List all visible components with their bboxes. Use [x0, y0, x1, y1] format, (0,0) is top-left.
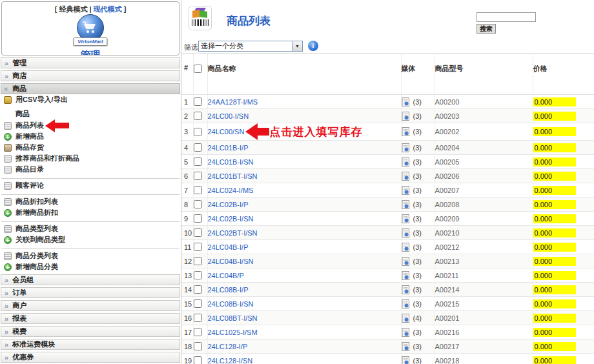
- sidebar-group[interactable]: » 税费: [1, 326, 180, 337]
- sidebar-group[interactable]: » 商品: [1, 83, 180, 94]
- red-arrow-icon: [245, 123, 269, 140]
- chevron-down-icon[interactable]: ▼: [292, 41, 302, 51]
- product-name-link[interactable]: 24LC128-I/SN: [208, 357, 253, 364]
- sidebar-group[interactable]: » 管理: [1, 57, 180, 68]
- media-cell[interactable]: (3): [401, 95, 435, 109]
- row-checkbox[interactable]: [194, 299, 202, 308]
- sidebar-item[interactable]: 顾客评论: [0, 180, 181, 191]
- sidebar-group[interactable]: » 优惠券: [1, 352, 180, 363]
- sidebar-item[interactable]: 关联到商品类型: [0, 234, 181, 245]
- product-price: 0.000: [533, 342, 576, 351]
- media-cell[interactable]: (3): [401, 354, 435, 364]
- product-name-link[interactable]: 24LC00-I/SN: [208, 112, 249, 120]
- row-checkbox[interactable]: [194, 200, 202, 208]
- media-cell[interactable]: (3): [401, 254, 435, 268]
- media-cell[interactable]: (3): [401, 109, 435, 123]
- product-name-link[interactable]: 24LC00/SN: [208, 128, 245, 136]
- row-checkbox[interactable]: [194, 228, 202, 237]
- row-checkbox[interactable]: [194, 128, 202, 136]
- col-product-name[interactable]: 商品名称: [207, 54, 401, 95]
- row-checkbox[interactable]: [194, 257, 202, 265]
- row-checkbox[interactable]: [194, 186, 202, 194]
- product-name-link[interactable]: 24AA128T-I/MS: [208, 98, 258, 106]
- row-checkbox[interactable]: [194, 328, 202, 336]
- product-name-link[interactable]: 24LC02B-I/SN: [208, 215, 254, 223]
- sidebar-item[interactable]: 新增商品折扣: [0, 207, 181, 218]
- media-file-icon: [402, 127, 410, 136]
- row-checkbox[interactable]: [194, 285, 202, 294]
- sidebar-item[interactable]: 新增商品: [0, 131, 181, 142]
- product-name-link[interactable]: 24LC04B-I/SN: [208, 258, 254, 265]
- col-sku[interactable]: 商品型号: [435, 54, 533, 95]
- media-cell[interactable]: (3): [401, 212, 435, 226]
- sidebar-group[interactable]: » 报表: [1, 313, 180, 324]
- sidebar-item[interactable]: 商品分类列表: [0, 250, 181, 261]
- col-price[interactable]: 价格: [533, 54, 594, 95]
- sidebar-item[interactable]: 推荐商品和打折商品: [0, 153, 181, 164]
- media-cell[interactable]: (3): [401, 325, 435, 339]
- product-name-link[interactable]: 24LC08B-I/P: [208, 286, 249, 294]
- sidebar-group[interactable]: » 标准运费模块: [1, 339, 180, 350]
- search-input[interactable]: [476, 12, 536, 22]
- cube-icon: [192, 8, 209, 18]
- product-name-link[interactable]: 24LC02BT-I/SN: [208, 229, 258, 237]
- sidebar-item[interactable]: 用CSV导入/导出: [0, 94, 181, 105]
- classic-mode-label[interactable]: 经典模式: [59, 5, 87, 13]
- product-sku: A00204: [435, 144, 460, 152]
- row-checkbox[interactable]: [194, 243, 202, 251]
- row-checkbox[interactable]: [194, 342, 202, 350]
- row-checkbox[interactable]: [194, 172, 202, 180]
- product-sku: A00217: [435, 343, 460, 350]
- media-cell[interactable]: (3): [401, 283, 435, 297]
- product-name-link[interactable]: 24LC01B-I/P: [208, 144, 249, 152]
- row-checkbox[interactable]: [194, 157, 202, 166]
- sidebar-item[interactable]: 新增商品分类: [0, 261, 181, 272]
- box-icon: [4, 144, 12, 152]
- row-checkbox[interactable]: [194, 97, 202, 106]
- media-cell[interactable]: (3): [401, 268, 435, 283]
- row-checkbox[interactable]: [194, 112, 202, 120]
- media-cell[interactable]: (3): [401, 297, 435, 311]
- product-name-link[interactable]: 24LC01B-I/SN: [208, 158, 254, 166]
- select-all-checkbox[interactable]: [194, 65, 202, 73]
- sidebar-group[interactable]: » 商户: [1, 300, 180, 311]
- row-checkbox[interactable]: [194, 143, 202, 152]
- media-cell[interactable]: (3): [401, 141, 435, 155]
- sidebar-item[interactable]: 商品类型列表: [0, 223, 181, 234]
- sidebar-item[interactable]: 商品折扣列表: [0, 196, 181, 207]
- media-cell[interactable]: (3): [401, 169, 435, 183]
- row-checkbox[interactable]: [194, 271, 202, 279]
- media-cell[interactable]: (3): [401, 226, 435, 240]
- sidebar-item[interactable]: 商品列表: [0, 120, 181, 131]
- category-select[interactable]: 选择一个分类 ▼: [198, 41, 303, 52]
- media-cell[interactable]: (3): [401, 183, 435, 197]
- search-button[interactable]: 搜索: [476, 24, 496, 34]
- modern-mode-link[interactable]: 现代模式: [94, 5, 122, 13]
- sidebar-group[interactable]: » 会员组: [1, 274, 180, 285]
- row-checkbox[interactable]: [194, 356, 202, 364]
- product-name-link[interactable]: 24LC04B/P: [208, 272, 244, 279]
- sidebar-item[interactable]: 商品存货: [0, 142, 181, 153]
- double-chevron-icon: »: [5, 276, 8, 284]
- product-name-link[interactable]: 24LC04B-I/P: [208, 243, 249, 251]
- product-name-link[interactable]: 24LC08BT-I/SN: [208, 314, 258, 322]
- media-cell[interactable]: (3): [401, 339, 435, 354]
- info-icon[interactable]: i: [308, 41, 318, 51]
- product-name-link[interactable]: 24LC024-I/MS: [208, 187, 254, 194]
- product-price: 0.000: [533, 271, 576, 280]
- media-cell[interactable]: (3): [401, 123, 435, 141]
- media-cell[interactable]: (4): [401, 311, 435, 325]
- media-cell[interactable]: (3): [401, 240, 435, 254]
- row-checkbox[interactable]: [194, 214, 202, 223]
- product-name-link[interactable]: 24LC128-I/P: [208, 343, 248, 350]
- product-name-link[interactable]: 24LC1025-I/SM: [208, 329, 258, 336]
- product-name-link[interactable]: 24LC01BT-I/SN: [208, 172, 258, 180]
- product-name-link[interactable]: 24LC02B-I/P: [208, 201, 249, 208]
- sidebar-group[interactable]: » 商店: [1, 70, 180, 81]
- row-checkbox[interactable]: [194, 314, 202, 322]
- media-cell[interactable]: (3): [401, 197, 435, 212]
- media-cell[interactable]: (3): [401, 155, 435, 169]
- sidebar-item[interactable]: 商品目录: [0, 164, 181, 175]
- sidebar-group[interactable]: » 订单: [1, 287, 180, 298]
- product-name-link[interactable]: 24LC08B-I/SN: [208, 300, 254, 308]
